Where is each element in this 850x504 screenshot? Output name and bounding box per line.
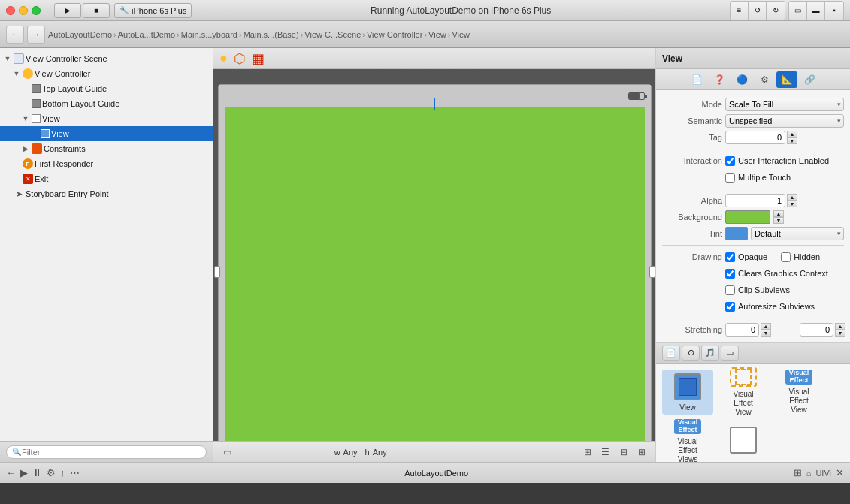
tree-item-bottom-layout-guide[interactable]: Bottom Layout Guide	[0, 96, 213, 111]
obj-tab-file[interactable]: 📄	[662, 346, 680, 361]
clip-subviews-checkbox[interactable]	[725, 285, 735, 295]
alpha-input[interactable]	[725, 194, 785, 207]
disclosure-icon[interactable]	[12, 69, 21, 78]
aspect-button[interactable]: ⊟	[616, 445, 631, 460]
forward-button[interactable]: ↻	[767, 2, 785, 20]
close-button[interactable]	[6, 6, 15, 15]
tab-file[interactable]: 📄	[686, 71, 707, 88]
tab-quick-help[interactable]: ❓	[709, 71, 730, 88]
obj-item-visual-effect[interactable]: VisualEffectView	[718, 370, 769, 415]
tint-select[interactable]: Default	[751, 227, 844, 240]
tab-identity[interactable]: 🔵	[731, 71, 752, 88]
nav-forward-button[interactable]: →	[27, 26, 45, 44]
obj-item-visual-effect-3[interactable]: VisualEffect VisualEffectViews	[662, 419, 713, 462]
frame-button[interactable]: ▭	[219, 445, 234, 460]
multiple-touch-checkbox[interactable]	[725, 173, 735, 183]
tab-connections[interactable]: 🔗	[799, 71, 820, 88]
obj-item-gray-view[interactable]	[718, 419, 769, 462]
grid-icon[interactable]: ⊞	[794, 467, 802, 478]
grid-view-button[interactable]: ⊞	[580, 445, 595, 460]
x-stepper[interactable]: ▲ ▼	[761, 323, 771, 337]
tree-item-first-responder[interactable]: F First Responder	[0, 156, 213, 171]
stop-button[interactable]: ■	[83, 3, 110, 18]
more-icon[interactable]: ⋯	[70, 467, 80, 478]
close-icon[interactable]: ✕	[836, 467, 844, 478]
disclosure-icon[interactable]	[21, 144, 30, 153]
alpha-step-down[interactable]: ▼	[787, 201, 797, 207]
obj-tab-media[interactable]: 🎵	[701, 346, 719, 361]
tree-item-view-parent[interactable]: View	[0, 111, 213, 126]
breadcrumb-item-3[interactable]: Main.s...yboard	[181, 30, 237, 39]
stack-icon[interactable]: ⬡	[234, 50, 246, 67]
breadcrumb-item-2[interactable]: AutoLa...tDemo	[118, 30, 175, 39]
background-stepper[interactable]: ▲ ▼	[773, 210, 784, 224]
y-step-up[interactable]: ▲	[835, 323, 845, 330]
pause-icon[interactable]: ⏸	[32, 467, 42, 478]
tag-step-up[interactable]: ▲	[787, 131, 797, 137]
breadcrumb-item-7[interactable]: View	[428, 30, 446, 39]
constraint-button[interactable]: ⊞	[634, 445, 649, 460]
resize-handle-right[interactable]	[649, 266, 655, 278]
maximize-button[interactable]	[32, 6, 41, 15]
tag-step-down[interactable]: ▼	[787, 137, 797, 144]
minimize-button[interactable]	[19, 6, 28, 15]
single-pane-button[interactable]: ▭	[789, 2, 807, 20]
resize-handle-left[interactable]	[214, 266, 220, 278]
tint-color-box[interactable]	[725, 227, 748, 240]
mode-select[interactable]: Scale To Fill	[725, 98, 844, 111]
bg-step-up[interactable]: ▲	[773, 210, 784, 217]
tag-stepper[interactable]: ▲ ▼	[787, 131, 797, 144]
split-pane-button[interactable]: ▬	[807, 2, 825, 20]
share-icon[interactable]: ↑	[60, 467, 65, 478]
obj-tab-objects[interactable]: ▭	[721, 346, 739, 361]
autoresize-checkbox[interactable]	[725, 302, 735, 312]
circle-icon[interactable]: ●	[219, 50, 228, 66]
nav-back-button[interactable]: ←	[6, 26, 24, 44]
settings-icon[interactable]: ⚙	[47, 467, 56, 478]
obj-item-visual-effect-2[interactable]: VisualEffect VisualEffectView	[773, 370, 824, 415]
list-view-button[interactable]: ☰	[598, 445, 613, 460]
breadcrumb-item-5[interactable]: View C...Scene	[304, 30, 361, 39]
obj-item-view[interactable]: View	[662, 370, 713, 415]
align-left-button[interactable]: ≡	[731, 2, 749, 20]
alpha-step-up[interactable]: ▲	[787, 194, 797, 201]
breadcrumb-item-8[interactable]: View	[452, 30, 470, 39]
scheme-selector[interactable]: 🔧 iPhone 6s Plus	[114, 3, 192, 18]
opaque-checkbox[interactable]	[725, 252, 735, 262]
tree-item-top-layout-guide[interactable]: Top Layout Guide	[0, 81, 213, 96]
breadcrumb-item-1[interactable]: AutoLayoutDemo	[48, 30, 112, 39]
stretching-y-input[interactable]	[800, 323, 833, 337]
user-interaction-checkbox[interactable]	[725, 156, 735, 166]
x-step-down[interactable]: ▼	[761, 330, 771, 337]
x-step-up[interactable]: ▲	[761, 323, 771, 330]
canvas-content[interactable]	[213, 69, 655, 441]
tag-input[interactable]	[725, 131, 785, 144]
play-icon[interactable]: ▶	[20, 467, 28, 478]
run-button[interactable]: ▶	[54, 3, 81, 18]
clears-graphics-checkbox[interactable]	[725, 269, 735, 279]
breadcrumb-item-4[interactable]: Main.s...(Base)	[244, 30, 299, 39]
bg-step-down[interactable]: ▼	[773, 217, 784, 224]
tab-size[interactable]: 📐	[776, 71, 797, 88]
disclosure-icon[interactable]	[3, 54, 12, 63]
disclosure-icon[interactable]	[21, 114, 30, 123]
background-color-well[interactable]	[725, 210, 770, 224]
full-pane-button[interactable]: ▪	[825, 2, 843, 20]
tab-attributes[interactable]: ⚙	[754, 71, 775, 88]
main-view[interactable]	[225, 107, 645, 441]
center-button[interactable]: ↺	[749, 2, 767, 20]
filter-input[interactable]	[6, 445, 207, 459]
y-step-down[interactable]: ▼	[835, 330, 845, 337]
tree-item-view-controller[interactable]: View Controller	[0, 66, 213, 81]
tree-item-exit[interactable]: ✕ Exit	[0, 171, 213, 186]
breadcrumb-item-6[interactable]: View Controller	[367, 30, 422, 39]
tree-item-storyboard-entry[interactable]: ➤ Storyboard Entry Point	[0, 186, 213, 201]
y-stepper[interactable]: ▲ ▼	[835, 323, 845, 337]
tree-item-constraints[interactable]: Constraints	[0, 141, 213, 156]
hidden-checkbox[interactable]	[781, 252, 791, 262]
obj-tab-placeholder[interactable]: ⊙	[682, 346, 700, 361]
grid-icon[interactable]: ▦	[252, 50, 265, 67]
left-arrow-icon[interactable]: ←	[6, 467, 16, 478]
semantic-select[interactable]: Unspecified	[725, 114, 844, 128]
tree-item-view-selected[interactable]: View	[0, 126, 213, 141]
